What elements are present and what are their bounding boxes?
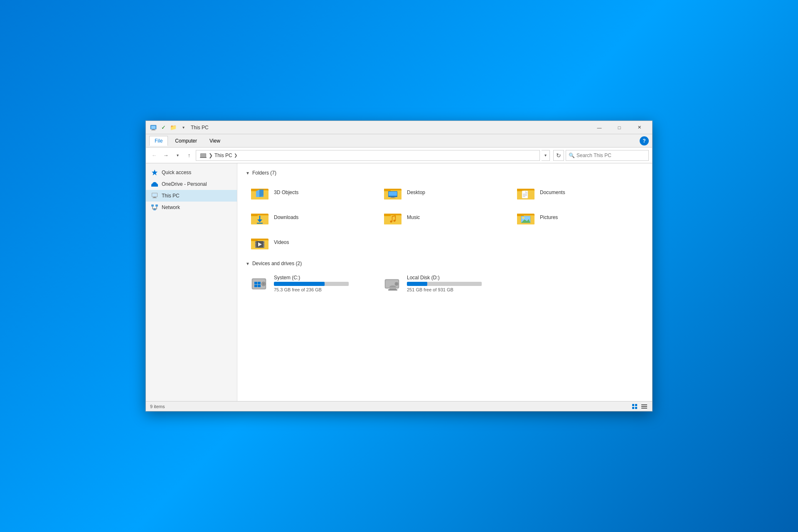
folder-music[interactable]: Music <box>379 206 512 229</box>
folder-documents-icon <box>516 184 536 201</box>
svg-point-91 <box>396 283 397 285</box>
folder-3d-objects[interactable]: 3D Objects <box>246 181 379 204</box>
tab-file[interactable]: File <box>149 136 168 146</box>
svg-rect-16 <box>151 204 154 207</box>
drive-d-info: Local Disk (D:) 251 GB free of 931 GB <box>407 275 482 292</box>
folder-3d-objects-label: 3D Objects <box>274 190 298 195</box>
svg-rect-13 <box>152 193 157 197</box>
svg-rect-83 <box>258 282 261 284</box>
svg-rect-89 <box>388 289 397 291</box>
svg-rect-6 <box>200 157 207 158</box>
drive-c-bar-fill <box>274 282 325 286</box>
svg-rect-74 <box>263 244 264 246</box>
svg-rect-75 <box>263 246 264 247</box>
svg-rect-25 <box>251 189 258 191</box>
folder-pictures[interactable]: Pictures <box>512 206 645 229</box>
svg-rect-11 <box>151 185 158 187</box>
forward-button[interactable]: → <box>161 150 171 160</box>
folder-downloads-label: Downloads <box>274 214 298 220</box>
svg-rect-34 <box>391 197 394 198</box>
drive-d-bar-bg <box>407 282 482 286</box>
folder-documents[interactable]: Documents <box>512 181 645 204</box>
sidebar-item-this-pc[interactable]: This PC <box>146 190 237 202</box>
minimize-button[interactable]: — <box>590 121 609 134</box>
cloud-icon <box>151 180 158 188</box>
svg-rect-39 <box>522 191 528 198</box>
path-segment: This PC <box>214 153 232 158</box>
address-path-icon <box>200 152 207 159</box>
svg-rect-17 <box>155 204 158 207</box>
checkmark-icon: ✓ <box>159 123 167 132</box>
svg-rect-98 <box>641 408 647 409</box>
address-dropdown-button[interactable]: ▾ <box>542 150 550 161</box>
drives-section-title: Devices and drives (2) <box>252 261 302 266</box>
address-bar: ← → ▾ ↑ ❯ This PC ❯ ▾ ↻ 🔍 <box>146 148 652 163</box>
tab-view[interactable]: View <box>204 136 226 146</box>
folder-pictures-label: Pictures <box>540 214 558 220</box>
title-bar: ✓ 📁 ▾ This PC — □ ✕ <box>146 121 652 134</box>
explorer-window: ✓ 📁 ▾ This PC — □ ✕ File Computer View ?… <box>145 121 653 411</box>
sidebar-item-quick-access[interactable]: Quick access <box>146 167 237 178</box>
help-button[interactable]: ? <box>640 136 649 145</box>
search-input[interactable] <box>576 153 646 158</box>
folder-pictures-icon <box>516 209 536 226</box>
svg-rect-15 <box>153 198 157 198</box>
refresh-button[interactable]: ↻ <box>553 150 564 161</box>
svg-rect-31 <box>384 189 391 191</box>
svg-point-10 <box>153 182 157 185</box>
details-view-button[interactable] <box>640 403 648 410</box>
sidebar: Quick access OneDrive - Personal <box>146 163 237 401</box>
folder-desktop-icon <box>383 184 403 201</box>
drive-c-name: System (C:) <box>274 275 349 281</box>
drive-c-info: System (C:) 75.3 GB free of 236 GB <box>274 275 349 292</box>
large-icons-view-button[interactable] <box>631 403 639 410</box>
svg-rect-35 <box>390 198 396 198</box>
svg-rect-71 <box>255 246 256 247</box>
svg-rect-33 <box>389 192 397 196</box>
drives-collapse-icon[interactable]: ▼ <box>246 261 250 266</box>
star-icon <box>151 169 158 176</box>
folder-videos[interactable]: Videos <box>246 231 379 254</box>
computer-sidebar-icon <box>151 192 158 200</box>
search-box: 🔍 <box>566 150 649 161</box>
sidebar-item-onedrive[interactable]: OneDrive - Personal <box>146 178 237 190</box>
dropdown-tb-icon: ▾ <box>179 123 187 132</box>
back-button[interactable]: ← <box>149 150 159 160</box>
svg-rect-1 <box>151 126 155 129</box>
svg-point-62 <box>522 217 525 219</box>
drive-c-icon <box>250 275 270 292</box>
svg-rect-92 <box>632 404 634 406</box>
sidebar-label-quick-access: Quick access <box>162 170 191 175</box>
tab-computer[interactable]: Computer <box>170 136 202 146</box>
sidebar-item-network[interactable]: Network <box>146 202 237 213</box>
address-path[interactable]: ❯ This PC ❯ <box>196 150 540 161</box>
folder-documents-label: Documents <box>540 190 565 195</box>
folders-section-title: Folders (7) <box>252 170 276 176</box>
svg-rect-70 <box>255 244 256 246</box>
svg-rect-84 <box>258 285 261 287</box>
computer-icon <box>149 123 158 132</box>
folders-collapse-icon[interactable]: ▼ <box>246 171 250 175</box>
sidebar-label-this-pc: This PC <box>162 193 180 199</box>
svg-marker-7 <box>152 170 158 175</box>
close-button[interactable]: ✕ <box>630 121 649 134</box>
svg-rect-88 <box>389 287 396 289</box>
drive-c-bar-bg <box>274 282 349 286</box>
folder-music-label: Music <box>407 214 420 220</box>
breadcrumb: ❯ <box>209 153 213 158</box>
recent-locations-button[interactable]: ▾ <box>172 150 182 160</box>
drive-c[interactable]: System (C:) 75.3 GB free of 236 GB <box>246 271 379 296</box>
title-bar-icons: ✓ 📁 ▾ <box>149 123 187 132</box>
folder-downloads-icon <box>250 209 270 226</box>
drives-grid: System (C:) 75.3 GB free of 236 GB <box>246 271 644 296</box>
maximize-button[interactable]: □ <box>610 121 629 134</box>
folder-downloads[interactable]: Downloads <box>246 206 379 229</box>
folder-desktop[interactable]: Desktop <box>379 181 512 204</box>
folder-desktop-label: Desktop <box>407 190 425 195</box>
items-count: 9 items <box>150 404 165 409</box>
svg-rect-95 <box>635 407 637 409</box>
up-button[interactable]: ↑ <box>184 150 194 160</box>
drive-d[interactable]: Local Disk (D:) 251 GB free of 931 GB <box>379 271 512 296</box>
svg-rect-73 <box>263 243 264 244</box>
path-chevron: ❯ <box>234 153 237 158</box>
